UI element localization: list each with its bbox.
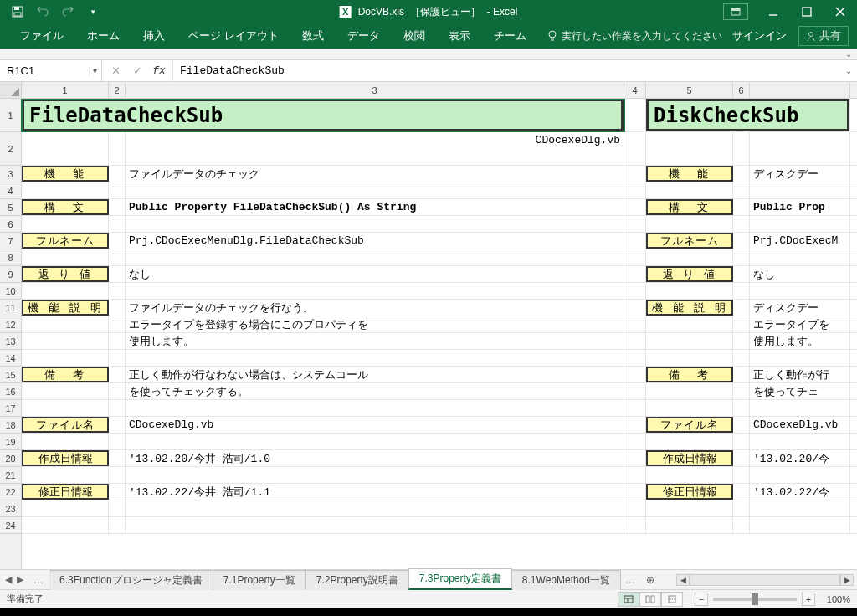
cell[interactable] bbox=[750, 501, 850, 516]
cell[interactable] bbox=[646, 501, 733, 516]
row-header[interactable]: 15 bbox=[0, 367, 21, 383]
tab-insert[interactable]: 挿入 bbox=[131, 23, 177, 49]
col-header[interactable]: 1 bbox=[22, 82, 109, 98]
cell[interactable] bbox=[22, 132, 109, 165]
label-modified-r[interactable]: 修正日情報 bbox=[646, 484, 733, 500]
value-created-r[interactable]: '13.02.20/今 bbox=[750, 450, 850, 466]
cell[interactable] bbox=[109, 199, 126, 215]
row-header[interactable]: 23 bbox=[0, 501, 21, 517]
row-header[interactable]: 8 bbox=[0, 249, 21, 266]
cell[interactable] bbox=[733, 501, 750, 516]
cell[interactable] bbox=[624, 283, 646, 299]
cell[interactable] bbox=[109, 450, 126, 466]
cell[interactable] bbox=[126, 434, 624, 449]
cell[interactable] bbox=[109, 484, 126, 500]
cell[interactable] bbox=[22, 434, 109, 449]
row-header[interactable]: 12 bbox=[0, 316, 21, 333]
cell[interactable] bbox=[733, 400, 750, 416]
col-header[interactable]: 2 bbox=[109, 82, 126, 98]
tab-view[interactable]: 表示 bbox=[437, 23, 482, 49]
row-header[interactable]: 16 bbox=[0, 383, 21, 400]
cell[interactable] bbox=[750, 400, 850, 416]
cell[interactable] bbox=[624, 434, 646, 449]
sheet-next[interactable]: ▶ bbox=[17, 574, 23, 585]
value-setsumei1[interactable]: ファイルデータのチェックを行なう。 bbox=[126, 300, 624, 316]
row-header[interactable]: 17 bbox=[0, 400, 21, 417]
cell[interactable] bbox=[624, 316, 646, 332]
row-header[interactable]: 4 bbox=[0, 182, 21, 199]
cell[interactable] bbox=[22, 517, 109, 533]
cell[interactable] bbox=[109, 233, 126, 249]
cell[interactable] bbox=[733, 434, 750, 449]
zoom-thumb[interactable] bbox=[752, 593, 758, 605]
name-box-input[interactable] bbox=[0, 64, 89, 77]
label-fullname[interactable]: フルネーム bbox=[22, 233, 109, 249]
zoom-in[interactable]: + bbox=[802, 593, 815, 606]
cell[interactable] bbox=[624, 501, 646, 516]
row-header[interactable]: 2 bbox=[0, 132, 21, 166]
cell[interactable] bbox=[126, 216, 624, 232]
cell[interactable] bbox=[624, 467, 646, 483]
cell[interactable] bbox=[126, 283, 624, 299]
cell[interactable] bbox=[624, 383, 646, 399]
sheet-prev[interactable]: ◀ bbox=[5, 574, 12, 585]
maximize-button[interactable] bbox=[790, 0, 824, 23]
cell[interactable] bbox=[109, 501, 126, 516]
row-header[interactable]: 20 bbox=[0, 450, 21, 467]
value-bikou2-r[interactable]: を使ってチェ bbox=[750, 383, 850, 399]
cell[interactable] bbox=[733, 283, 750, 299]
cell[interactable] bbox=[109, 417, 126, 433]
cell[interactable] bbox=[646, 434, 733, 449]
name-box[interactable]: ▾ bbox=[0, 60, 102, 81]
row-header[interactable]: 5 bbox=[0, 199, 21, 216]
cell[interactable] bbox=[733, 484, 750, 500]
cell[interactable] bbox=[750, 132, 850, 165]
view-page-layout[interactable] bbox=[639, 592, 661, 607]
cell[interactable] bbox=[750, 216, 850, 232]
value-setsumei3[interactable]: 使用します。 bbox=[126, 333, 624, 349]
cell[interactable] bbox=[22, 400, 109, 416]
zoom-out[interactable]: − bbox=[695, 593, 708, 606]
scroll-right[interactable]: ▶ bbox=[840, 574, 854, 586]
cell[interactable] bbox=[109, 517, 126, 533]
row-header[interactable]: 19 bbox=[0, 434, 21, 450]
row-header[interactable]: 7 bbox=[0, 233, 21, 249]
row-header[interactable]: 18 bbox=[0, 417, 21, 434]
cell[interactable] bbox=[126, 501, 624, 516]
label-return-r[interactable]: 返 り 値 bbox=[646, 266, 733, 282]
cell-heading-right[interactable]: DiskCheckSub bbox=[646, 99, 850, 131]
new-sheet-button[interactable]: ⊕ bbox=[640, 570, 660, 589]
cell[interactable] bbox=[624, 484, 646, 500]
cell[interactable] bbox=[109, 266, 126, 282]
value-kinou[interactable]: ファイルデータのチェック bbox=[126, 166, 624, 182]
value-modified-r[interactable]: '13.02.22/今 bbox=[750, 484, 850, 500]
tab-data[interactable]: データ bbox=[336, 23, 392, 49]
cell[interactable] bbox=[624, 233, 646, 249]
zoom-level[interactable]: 100% bbox=[827, 594, 850, 604]
cell[interactable] bbox=[126, 249, 624, 265]
cell[interactable] bbox=[646, 216, 733, 232]
label-created[interactable]: 作成日情報 bbox=[22, 450, 109, 466]
cell[interactable] bbox=[733, 316, 750, 332]
zoom-slider[interactable] bbox=[713, 598, 797, 601]
cell[interactable] bbox=[750, 467, 850, 483]
value-kinou-r[interactable]: ディスクデー bbox=[750, 166, 850, 182]
cell[interactable] bbox=[646, 182, 733, 198]
col-header[interactable]: 6 bbox=[733, 82, 750, 98]
cell[interactable] bbox=[109, 434, 126, 449]
cell[interactable] bbox=[646, 132, 733, 165]
ribbon-display-options[interactable] bbox=[723, 3, 748, 20]
tab-pagelayout[interactable]: ページ レイアウト bbox=[177, 23, 290, 49]
sheet-tab[interactable]: 7.1Property一覧 bbox=[213, 570, 306, 590]
cell[interactable] bbox=[624, 517, 646, 533]
row-header[interactable]: 24 bbox=[0, 517, 21, 534]
label-setsumei[interactable]: 機 能 説 明 bbox=[22, 300, 109, 316]
close-button[interactable] bbox=[824, 0, 857, 23]
label-created-r[interactable]: 作成日情報 bbox=[646, 450, 733, 466]
view-normal[interactable] bbox=[618, 592, 639, 607]
cell[interactable] bbox=[733, 249, 750, 265]
label-bikou[interactable]: 備 考 bbox=[22, 367, 109, 382]
save-button[interactable] bbox=[7, 3, 28, 21]
value-return-r[interactable]: なし bbox=[750, 266, 850, 282]
row-header[interactable]: 11 bbox=[0, 300, 21, 316]
